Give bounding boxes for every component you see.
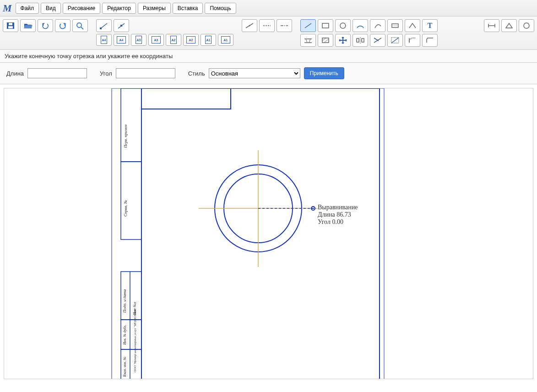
- svg-rect-6: [100, 27, 102, 29]
- tool-line[interactable]: [300, 19, 316, 32]
- svg-rect-14: [322, 23, 329, 28]
- dimension-icon: [303, 36, 313, 44]
- style-label: Стиль: [188, 70, 205, 77]
- svg-rect-34: [112, 88, 384, 379]
- canvas[interactable]: Перв. примен Справ. № Подп. и дата Инв. …: [4, 88, 533, 379]
- angle-label: Угол: [100, 70, 112, 77]
- extend-icon: [390, 36, 400, 44]
- svg-line-29: [391, 38, 399, 43]
- tool-dimension[interactable]: [300, 34, 316, 47]
- shape-dim-linear[interactable]: [484, 19, 499, 32]
- magnifier-icon: [76, 22, 85, 30]
- zoom-extents-button[interactable]: [72, 19, 88, 32]
- line-dashed-icon: [262, 22, 272, 30]
- folder-open-icon: [23, 22, 33, 30]
- tool-rectangle[interactable]: [318, 19, 333, 32]
- undo-icon: [41, 22, 50, 30]
- svg-point-3: [77, 23, 81, 27]
- open-button[interactable]: [20, 19, 36, 32]
- menu-insert[interactable]: Вставка: [173, 3, 203, 14]
- angle-input[interactable]: [116, 68, 175, 78]
- tool-text[interactable]: T: [422, 19, 438, 32]
- params-bar: Длина Угол Стиль Основная Применить: [0, 63, 537, 84]
- redo-button[interactable]: [55, 19, 71, 32]
- menu-view[interactable]: Вид: [41, 3, 61, 14]
- paper-a4-portrait[interactable]: A4: [96, 34, 112, 46]
- tool-arc[interactable]: [370, 19, 385, 32]
- drawing-svg: Перв. примен Справ. № Подп. и дата Инв. …: [4, 88, 533, 379]
- paper-a1-portrait[interactable]: A1: [201, 34, 216, 46]
- menu-editor[interactable]: Редактор: [102, 3, 136, 14]
- linestyle-solid-button[interactable]: [242, 19, 257, 32]
- menu-dimensions[interactable]: Размеры: [138, 3, 171, 14]
- tool-mirror[interactable]: [353, 34, 368, 47]
- tool-circle[interactable]: [335, 19, 351, 32]
- save-button[interactable]: [3, 19, 18, 32]
- shape-triangle[interactable]: [501, 19, 517, 32]
- paper-a4-landscape[interactable]: A4: [114, 34, 129, 46]
- svg-point-10: [249, 25, 250, 27]
- tool-group-draw: T: [300, 19, 438, 47]
- shape-circle[interactable]: [519, 19, 534, 32]
- svg-rect-35: [141, 88, 380, 379]
- paper-a3-portrait[interactable]: A3: [131, 34, 146, 46]
- tool-trim[interactable]: [370, 34, 385, 47]
- length-input[interactable]: [27, 68, 87, 78]
- menu-help[interactable]: Помощь: [205, 3, 236, 14]
- linestyle-center-button[interactable]: [277, 19, 292, 32]
- text-icon: T: [428, 22, 433, 30]
- mirror-icon: [355, 36, 365, 44]
- ellipse-rect-icon: [390, 22, 400, 30]
- tool-fillet[interactable]: [422, 34, 438, 47]
- tooltip-line1: Выравнивание: [318, 204, 358, 211]
- cursor-tooltip: Выравнивание Длина 86.73 Угол 0.00: [318, 204, 358, 226]
- tool-group-format: A4 A4 A3 A3 A2 A2 A1 A1: [96, 19, 233, 47]
- tool-triangle[interactable]: [405, 19, 420, 32]
- arc-3pt-icon: [355, 22, 365, 30]
- menu-drawing[interactable]: Рисование: [63, 3, 100, 14]
- tool-move[interactable]: [335, 34, 351, 47]
- dim-linear-icon: [487, 22, 497, 30]
- svg-line-4: [81, 27, 83, 29]
- save-icon: [6, 22, 15, 30]
- undo-button[interactable]: [38, 19, 53, 32]
- tool-chamfer[interactable]: [405, 34, 420, 47]
- rectangle-icon: [320, 22, 331, 30]
- tool-ellipse-rect[interactable]: [387, 19, 403, 32]
- paper-a2-landscape[interactable]: A2: [183, 34, 199, 46]
- menu-file[interactable]: Файл: [16, 3, 39, 14]
- paper-a1-landscape[interactable]: A1: [218, 34, 233, 46]
- tool-extend[interactable]: [387, 34, 403, 47]
- paper-a3-landscape[interactable]: A3: [148, 34, 164, 46]
- svg-rect-24: [357, 38, 359, 42]
- linestyle-dashed-button[interactable]: [259, 19, 275, 32]
- svg-rect-2: [9, 23, 12, 25]
- status-line: Укажите конечную точку отрезка или укажи…: [0, 50, 537, 63]
- titleblock-text-1: Перв. примен: [123, 124, 128, 148]
- toolbar: A4 A4 A3 A3 A2 A2 A1 A1 T: [0, 16, 537, 50]
- tool-group-linestyle: [242, 19, 292, 47]
- svg-rect-1: [8, 26, 13, 28]
- tooltip-line2: Длина 86.73: [318, 211, 358, 218]
- paper-a2-portrait[interactable]: A2: [166, 34, 181, 46]
- line-solid-icon: [244, 22, 255, 30]
- svg-line-22: [324, 39, 329, 43]
- svg-point-48: [313, 208, 314, 209]
- tool-arc-3pt[interactable]: [353, 19, 368, 32]
- titleblock-text-2: Справ. №: [123, 200, 128, 217]
- fillet-icon: [425, 36, 435, 44]
- snap-midpoint-icon: [117, 22, 126, 30]
- line-center-icon: [279, 22, 289, 30]
- trim-icon: [373, 36, 383, 44]
- snap-endpoint-button[interactable]: [96, 19, 112, 32]
- titleblock-text-6: Инв. №п: [133, 302, 137, 316]
- apply-button[interactable]: Применить: [304, 67, 344, 79]
- svg-line-21: [322, 38, 326, 41]
- snap-midpoint-button[interactable]: [114, 19, 129, 32]
- tool-hatch[interactable]: [318, 34, 333, 47]
- svg-point-33: [524, 23, 529, 28]
- titleblock-org: ООО "Центр инженерных услуг "МОДЕЛЬЕР": [133, 308, 137, 372]
- snap-endpoint-icon: [99, 22, 108, 30]
- svg-rect-8: [120, 25, 122, 27]
- style-select[interactable]: Основная: [209, 68, 300, 78]
